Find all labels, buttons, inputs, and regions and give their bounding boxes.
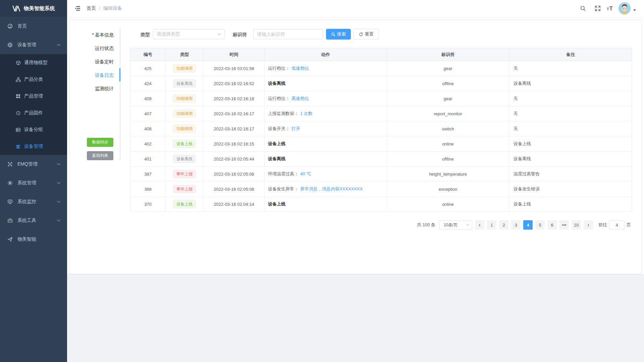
cell-identifier: online bbox=[387, 136, 509, 152]
page-button-4[interactable]: 4 bbox=[523, 220, 533, 230]
search-icon bbox=[331, 32, 335, 37]
firmware-icon bbox=[15, 110, 21, 116]
cell-remark: 设备发生错误 bbox=[509, 182, 632, 197]
cell-identifier: gear bbox=[387, 61, 509, 76]
avatar[interactable] bbox=[619, 2, 631, 14]
page-button-3[interactable]: 3 bbox=[511, 220, 521, 230]
font-size-icon[interactable]: TT bbox=[607, 5, 613, 12]
goto-page-input[interactable] bbox=[609, 220, 625, 230]
device-list-icon bbox=[15, 144, 21, 149]
cell-action: 设备离线 bbox=[265, 152, 387, 167]
action-value-link[interactable]: 1 次数 bbox=[300, 111, 313, 116]
sidebar-item-label: 系统管理 bbox=[17, 180, 57, 186]
cell-time: 2022-03-16 02:16:17 bbox=[204, 121, 265, 136]
tab-device-log[interactable]: 设备日志 bbox=[70, 68, 120, 82]
sidebar-item-product-mgmt[interactable]: 产品管理 bbox=[0, 88, 67, 105]
cell-time: 2022-03-16 03:01:56 bbox=[204, 61, 265, 76]
sidebar-item-wumei-smart[interactable]: 物美智能 bbox=[0, 230, 67, 249]
action-value-link[interactable]: 高速档位 bbox=[291, 96, 309, 101]
cell-type: 功能调用 bbox=[166, 121, 204, 136]
search-icon[interactable] bbox=[577, 3, 589, 14]
chevron-down-icon bbox=[466, 224, 469, 226]
action-value-link[interactable]: 异常消息，消息内容XXXXXXXX bbox=[300, 186, 363, 191]
logo[interactable]: 物美智能系统 bbox=[0, 0, 67, 17]
page-button-5[interactable]: 5 bbox=[535, 220, 545, 230]
log-type-tag: 功能调用 bbox=[173, 64, 196, 72]
cell-time: 2022-03-16 02:05:08 bbox=[204, 167, 265, 182]
page-button-10[interactable]: 10 bbox=[572, 220, 581, 230]
identifier-input[interactable] bbox=[253, 29, 323, 39]
cell-identifier: gear bbox=[387, 91, 509, 106]
sidebar-item-device-mgmt[interactable]: 设备管理 bbox=[0, 36, 67, 54]
sidebar-item-thing-model[interactable]: 通用物模型 bbox=[0, 54, 67, 71]
cell-no: 387 bbox=[130, 167, 166, 182]
sidebar-item-label: 设备管理 bbox=[17, 42, 57, 48]
prev-page-button[interactable]: ‹ bbox=[475, 220, 484, 230]
monitor-icon bbox=[7, 199, 13, 204]
page-button-6[interactable]: 6 bbox=[547, 220, 557, 230]
cell-remark: 无 bbox=[509, 121, 632, 136]
back-to-list-button[interactable]: 返回列表 bbox=[87, 151, 113, 160]
breadcrumb-home[interactable]: 首页 bbox=[87, 5, 96, 11]
cell-type: 设备离线 bbox=[166, 152, 204, 167]
col-header-action: 动作 bbox=[265, 48, 387, 61]
sidebar-item-system-tools[interactable]: 系统工具 bbox=[0, 211, 67, 230]
page-size-select[interactable]: 10条/页 bbox=[439, 220, 472, 230]
cell-action: 运行档位：高速档位 bbox=[265, 91, 387, 106]
action-value-link[interactable]: 40 ℃ bbox=[300, 171, 311, 176]
sidebar-fold-icon[interactable] bbox=[72, 3, 83, 13]
sidebar-item-device-group[interactable]: 设备分组 bbox=[0, 121, 67, 138]
tab-label: 设备日志 bbox=[95, 72, 114, 78]
sidebar-item-label: 产品管理 bbox=[24, 93, 60, 99]
tab-basic-info[interactable]: *基本信息 bbox=[70, 28, 120, 42]
reset-button-label: 重置 bbox=[365, 31, 374, 37]
cell-type: 事件上报 bbox=[166, 167, 204, 182]
sidebar-item-device-list[interactable]: 设备管理 bbox=[0, 138, 67, 155]
data-sync-button[interactable]: 数据同步 bbox=[87, 138, 113, 147]
sidebar-item-product-firmware[interactable]: 产品固件 bbox=[0, 105, 67, 121]
sidebar-item-home[interactable]: 首页 bbox=[0, 17, 67, 36]
fullscreen-icon[interactable] bbox=[592, 3, 603, 14]
type-select[interactable]: 请选择类型 bbox=[153, 29, 225, 39]
more-pages-button[interactable]: ••• bbox=[559, 220, 569, 230]
page-button-1[interactable]: 1 bbox=[487, 220, 496, 230]
tab-device-timer[interactable]: 设备定时 bbox=[70, 55, 120, 68]
sidebar-item-label: 系统工具 bbox=[17, 218, 57, 224]
cell-remark: 设备离线 bbox=[509, 76, 632, 91]
table-row: 408 功能调用 2022-03-16 02:16:17 设备开关：打开 swi… bbox=[130, 121, 632, 136]
cell-no: 408 bbox=[130, 121, 166, 136]
sidebar-item-label: EMQ管理 bbox=[17, 161, 57, 167]
chevron-up-icon bbox=[57, 43, 60, 47]
table-row: 424 设备离线 2022-03-16 02:16:52 设备离线 offlin… bbox=[130, 76, 632, 91]
sidebar-item-system-monitor[interactable]: 系统监控 bbox=[0, 192, 67, 211]
pagination: 共 100 条 10条/页 ‹ 1 2 3 4 5 6 ••• 10 › 前往 … bbox=[417, 220, 631, 230]
identifier-label: 标识符 bbox=[233, 32, 247, 38]
sidebar-item-emq-mgmt[interactable]: EMQ管理 bbox=[0, 155, 67, 174]
search-button[interactable]: 搜索 bbox=[326, 29, 351, 40]
cell-identifier: switch bbox=[387, 121, 509, 136]
goto-suffix-label: 页 bbox=[627, 222, 631, 228]
page-button-2[interactable]: 2 bbox=[499, 220, 508, 230]
cell-time: 2022-03-16 02:16:18 bbox=[204, 91, 265, 106]
next-page-button[interactable]: › bbox=[584, 220, 593, 230]
action-value-link[interactable]: 打开 bbox=[291, 126, 300, 131]
table-row: 425 功能调用 2022-03-16 03:01:56 运行档位：低速档位 g… bbox=[130, 61, 632, 76]
pagination-goto: 前往 页 bbox=[598, 220, 631, 230]
cell-time: 2022-03-16 02:16:15 bbox=[204, 136, 265, 152]
breadcrumb-separator: / bbox=[99, 6, 100, 11]
cell-action: 设备上线 bbox=[265, 136, 387, 152]
log-type-tag: 设备离线 bbox=[173, 79, 196, 87]
log-type-tag: 事件上报 bbox=[173, 170, 196, 178]
user-menu[interactable] bbox=[619, 2, 636, 14]
sidebar-item-product-category[interactable]: 产品分类 bbox=[0, 71, 67, 88]
reset-button[interactable]: 重置 bbox=[354, 29, 379, 40]
main-content: *基本信息 运行状态 设备定时 设备日志 监测统计 数据同步 返回列表 类型 请… bbox=[67, 17, 644, 362]
log-type-tag: 设备离线 bbox=[173, 155, 196, 163]
action-value-link[interactable]: 低速档位 bbox=[291, 66, 309, 71]
tab-run-status[interactable]: 运行状态 bbox=[70, 42, 120, 55]
sidebar-item-system-mgmt[interactable]: 系统管理 bbox=[0, 174, 67, 192]
required-mark: * bbox=[92, 32, 94, 38]
tab-monitor-stats[interactable]: 监测统计 bbox=[70, 82, 120, 95]
cell-remark: 设备上线 bbox=[509, 197, 632, 212]
cell-action: 运行档位：低速档位 bbox=[265, 61, 387, 76]
